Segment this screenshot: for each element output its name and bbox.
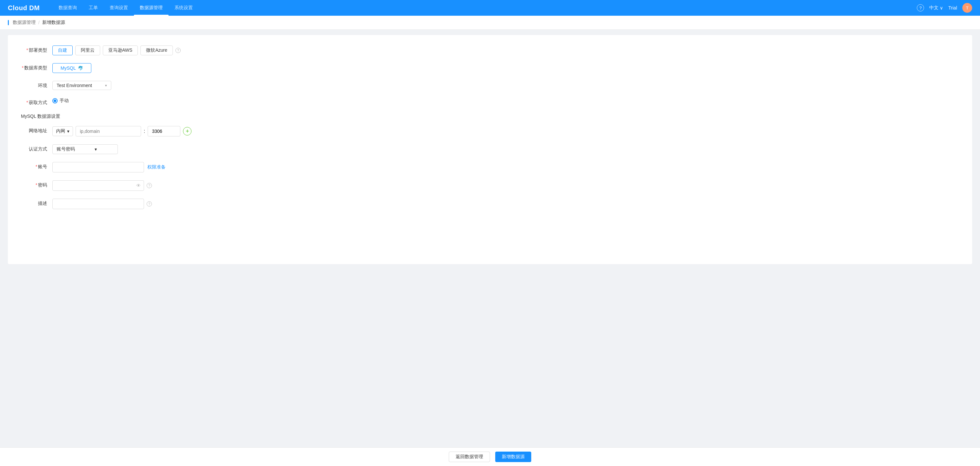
chevron-down-icon: ▾ bbox=[105, 83, 107, 88]
db-type-mysql-btn[interactable]: MySQL 🐬 bbox=[52, 63, 91, 73]
password-help-icon[interactable]: ? bbox=[146, 183, 152, 188]
password-content: 👁 ? bbox=[52, 180, 959, 191]
auth-chevron-icon: ▾ bbox=[95, 146, 97, 152]
description-row: 描述 ? bbox=[21, 199, 959, 209]
nav-item-workorder[interactable]: 工单 bbox=[83, 0, 104, 16]
deploy-btn-azure[interactable]: 微软Azure bbox=[140, 46, 173, 55]
password-row: *密码 👁 ? bbox=[21, 180, 959, 191]
auth-row: 认证方式 账号密码 ▾ bbox=[21, 144, 959, 154]
db-type-row: *数据库类型 MySQL 🐬 bbox=[21, 63, 959, 73]
deploy-btn-aws[interactable]: 亚马逊AWS bbox=[103, 46, 138, 55]
fetch-label: *获取方式 bbox=[21, 98, 47, 106]
account-row: *账号 权限准备 bbox=[21, 162, 959, 172]
nav-item-datasource-management[interactable]: 数据源管理 bbox=[134, 0, 169, 16]
network-type-select[interactable]: 内网 ▾ bbox=[52, 126, 73, 136]
description-label: 描述 bbox=[21, 199, 47, 207]
lang-selector[interactable]: 中文 ∨ bbox=[929, 5, 943, 11]
fetch-option-label: 手动 bbox=[60, 98, 69, 104]
auth-method-select[interactable]: 账号密码 ▾ bbox=[52, 144, 118, 154]
help-icon[interactable]: ? bbox=[917, 4, 924, 11]
password-input[interactable] bbox=[52, 180, 144, 191]
nav-item-data-query[interactable]: 数据查询 bbox=[53, 0, 83, 16]
auth-content: 账号密码 ▾ bbox=[52, 144, 959, 154]
app-header: Cloud DM 数据查询 工单 查询设置 数据源管理 系统设置 ? 中文 ∨ … bbox=[0, 0, 980, 16]
fetch-manual-radio[interactable]: 手动 bbox=[52, 98, 69, 104]
network-content: 内网 ▾ : + bbox=[52, 126, 959, 137]
network-row: 网络地址 内网 ▾ : + bbox=[21, 126, 959, 137]
user-name: Trial bbox=[948, 5, 957, 11]
description-input[interactable] bbox=[52, 199, 144, 209]
env-row: 环境 Test Environment ▾ bbox=[21, 81, 959, 90]
auth-label: 认证方式 bbox=[21, 144, 47, 152]
permission-link[interactable]: 权限准备 bbox=[147, 164, 165, 170]
fetch-method-row: *获取方式 手动 bbox=[21, 98, 959, 106]
network-type-value: 内网 bbox=[56, 128, 65, 134]
password-label: *密码 bbox=[21, 180, 47, 188]
env-select[interactable]: Test Environment ▾ bbox=[52, 81, 111, 90]
description-content: ? bbox=[52, 199, 959, 209]
mysql-icon: 🐬 bbox=[78, 66, 83, 71]
env-label: 环境 bbox=[21, 81, 47, 89]
account-content: 权限准备 bbox=[52, 162, 959, 172]
deploy-btn-self[interactable]: 自建 bbox=[52, 46, 73, 55]
env-content: Test Environment ▾ bbox=[52, 81, 959, 90]
port-colon: : bbox=[144, 128, 145, 134]
add-host-button[interactable]: + bbox=[183, 127, 191, 135]
password-input-wrap: 👁 bbox=[52, 180, 144, 191]
header-right: ? 中文 ∨ Trial T bbox=[917, 3, 972, 13]
main-content: *部署类型 自建 阿里云 亚马逊AWS 微软Azure ? *数据库类型 MyS… bbox=[8, 35, 972, 264]
breadcrumb-parent[interactable]: 数据源管理 bbox=[13, 20, 36, 25]
breadcrumb-current: 新增数据源 bbox=[42, 20, 65, 25]
network-chevron-icon: ▾ bbox=[67, 129, 69, 134]
network-label: 网络地址 bbox=[21, 126, 47, 134]
breadcrumb-indicator bbox=[8, 20, 9, 25]
ip-domain-input[interactable] bbox=[76, 126, 141, 137]
mysql-section-title: MySQL 数据源设置 bbox=[21, 114, 959, 119]
deploy-btn-aliyun[interactable]: 阿里云 bbox=[75, 46, 100, 55]
app-logo: Cloud DM bbox=[8, 4, 40, 12]
nav-item-system-settings[interactable]: 系统设置 bbox=[169, 0, 199, 16]
main-nav: 数据查询 工单 查询设置 数据源管理 系统设置 bbox=[53, 0, 917, 16]
account-input[interactable] bbox=[52, 162, 144, 172]
deploy-type-options: 自建 阿里云 亚马逊AWS 微软Azure ? bbox=[52, 46, 959, 55]
fetch-content: 手动 bbox=[52, 98, 959, 104]
account-input-row: 权限准备 bbox=[52, 162, 165, 172]
breadcrumb: 数据源管理 / 新增数据源 bbox=[0, 16, 980, 30]
radio-dot bbox=[52, 98, 57, 103]
nav-item-query-settings[interactable]: 查询设置 bbox=[104, 0, 134, 16]
network-input-row: 内网 ▾ : + bbox=[52, 126, 191, 137]
eye-slash-icon[interactable]: 👁 bbox=[136, 183, 141, 188]
env-value: Test Environment bbox=[57, 83, 92, 88]
account-label: *账号 bbox=[21, 162, 47, 170]
db-type-options: MySQL 🐬 bbox=[52, 63, 959, 73]
deploy-type-row: *部署类型 自建 阿里云 亚马逊AWS 微软Azure ? bbox=[21, 46, 959, 55]
db-type-label: *数据库类型 bbox=[21, 63, 47, 71]
deploy-type-help-icon[interactable]: ? bbox=[175, 48, 181, 53]
port-input[interactable] bbox=[148, 126, 180, 137]
avatar: T bbox=[963, 3, 972, 13]
auth-value: 账号密码 bbox=[57, 146, 75, 152]
db-type-label-text: MySQL bbox=[60, 65, 76, 71]
breadcrumb-separator: / bbox=[38, 20, 40, 25]
description-help-icon[interactable]: ? bbox=[146, 201, 152, 207]
deploy-type-label: *部署类型 bbox=[21, 46, 47, 53]
